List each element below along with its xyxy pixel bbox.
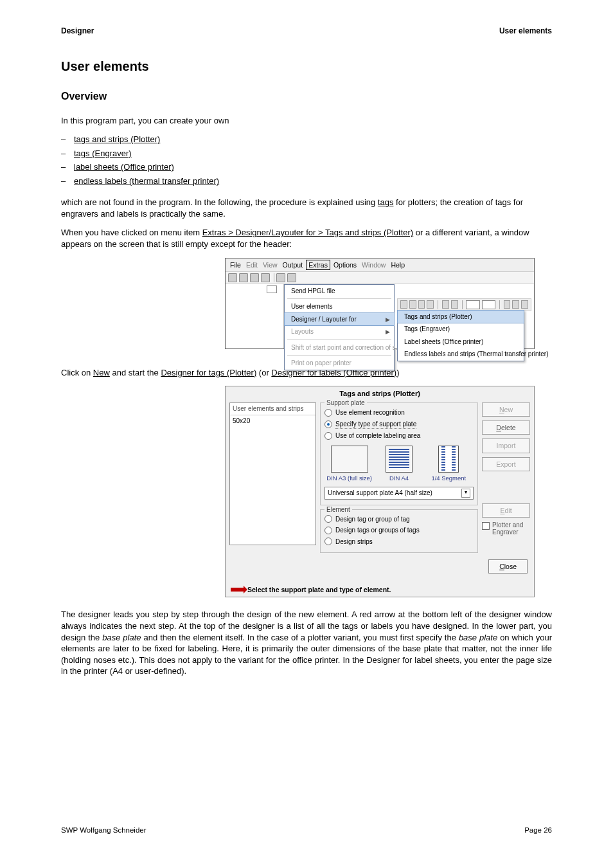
tool-icon[interactable]: [451, 300, 458, 309]
user-elements-list[interactable]: User elements and strips 50x20: [229, 402, 316, 545]
footer-right: Page 26: [524, 826, 552, 836]
tool-icon[interactable]: [442, 300, 449, 309]
list-header: User elements and strips: [230, 403, 315, 415]
header-left: Designer: [61, 26, 94, 36]
bullet-1: tags and strips (Plotter): [74, 134, 160, 145]
menubar: File Edit View Output Extras Options Win…: [226, 258, 534, 271]
opt-element-recognition[interactable]: Use element recognition: [324, 407, 474, 419]
intro: In this program part, you can create you…: [61, 115, 552, 127]
bullet-2: tags (Engraver): [74, 148, 132, 159]
radio-icon[interactable]: [324, 538, 332, 545]
print-icon[interactable]: [261, 273, 270, 282]
opt-complete-area[interactable]: Use of complete labeling area: [324, 430, 474, 442]
tool-icon[interactable]: [400, 300, 407, 309]
tool-icon[interactable]: [409, 300, 416, 309]
tool-icon[interactable]: [418, 300, 425, 309]
left-panel: [226, 284, 284, 348]
last-paragraph: The designer leads you step by step thro…: [61, 609, 552, 676]
radio-icon[interactable]: [324, 527, 332, 534]
radio-icon[interactable]: [324, 515, 332, 523]
support-legend: Support plate: [324, 399, 367, 408]
menu-edit[interactable]: Edit: [244, 260, 260, 270]
menu-file[interactable]: File: [228, 260, 243, 270]
opt-design-tags-groups[interactable]: Design tags or groups of tags: [324, 525, 474, 536]
opt-specify-type[interactable]: Specify type of support plate: [324, 419, 474, 431]
save-icon[interactable]: [250, 273, 259, 282]
element-group: Element Design tag or group of tag Desig…: [320, 509, 478, 554]
menu-options[interactable]: Options: [332, 260, 359, 270]
list-item[interactable]: 50x20: [230, 415, 315, 427]
dd-shift-start[interactable]: Shift of start point and correction of s…: [285, 341, 394, 354]
dd-designer-layouter[interactable]: Designer / Layouter for ▶: [284, 312, 395, 327]
edit-button[interactable]: Edit: [482, 503, 530, 518]
dd-user-elements[interactable]: User elements: [285, 300, 394, 313]
para-2: which are not found in the program. In t…: [61, 197, 552, 219]
secondary-toolbar: [397, 298, 531, 311]
sub-tags-plotter[interactable]: Tags and strips (Plotter): [397, 310, 524, 324]
page-title: User elements: [61, 58, 552, 75]
copy-icon[interactable]: [287, 273, 296, 282]
menu-help[interactable]: Help: [389, 260, 407, 270]
bullet-4: endless labels (thermal transfer printer…: [74, 176, 219, 187]
tool-dropdown[interactable]: [466, 300, 479, 309]
tool-icon[interactable]: [504, 300, 511, 309]
footer-left: SWP Wolfgang Schneider: [61, 826, 147, 836]
opt-design-strips[interactable]: Design strips: [324, 536, 474, 548]
sub-endless-labels[interactable]: Endless labels and strips (Thermal trans…: [398, 348, 524, 361]
chevron-right-icon: ▶: [386, 316, 390, 323]
bullet-list: –tags and strips (Plotter) –tags (Engrav…: [61, 134, 552, 186]
menu-extras[interactable]: Extras: [306, 260, 330, 270]
preview-a3[interactable]: DIN A3 (full size): [324, 446, 374, 483]
preview-quarter[interactable]: 1/4 Segment: [424, 446, 474, 483]
para-3: When you have clicked on menu item Extra…: [61, 227, 552, 249]
sub-label-sheets[interactable]: Label sheets (Office printer): [398, 336, 524, 348]
bullet-3: label sheets (Office printer): [74, 161, 174, 173]
sub-tags-engraver[interactable]: Tags (Engraver): [398, 323, 524, 336]
tool-icon[interactable]: [427, 300, 434, 309]
red-arrow-icon: [231, 588, 244, 592]
dialog-title: Tags and strips (Plotter): [226, 386, 534, 402]
dd-layouts[interactable]: Layouts ▶: [285, 325, 394, 338]
close-button[interactable]: Close: [488, 559, 528, 574]
opt-design-tag[interactable]: Design tag or group of tag: [324, 514, 474, 525]
import-button[interactable]: Import: [482, 439, 530, 453]
screenshot-dialog: Tags and strips (Plotter) User elements …: [225, 386, 535, 597]
checkbox-icon[interactable]: [482, 522, 490, 530]
tool-icon[interactable]: [521, 300, 528, 309]
new-icon[interactable]: [228, 273, 237, 282]
tool-icon[interactable]: [512, 300, 519, 309]
open-icon[interactable]: [239, 273, 248, 282]
delete-button[interactable]: Delete: [482, 420, 530, 435]
export-button[interactable]: Export: [482, 457, 530, 471]
chevron-down-icon[interactable]: ▾: [461, 489, 470, 498]
designer-submenu: Tags and strips (Plotter) Tags (Engraver…: [397, 310, 524, 361]
menu-window[interactable]: Window: [360, 260, 387, 270]
toolbar: [226, 271, 534, 284]
radio-icon[interactable]: [324, 409, 332, 417]
support-plate-combo[interactable]: Universal support plate A4 (half size) ▾: [324, 487, 474, 500]
tool-dropdown[interactable]: [482, 300, 495, 309]
radio-icon[interactable]: [324, 432, 332, 440]
header-right: User elements: [499, 26, 552, 36]
screenshot-menu: File Edit View Output Extras Options Win…: [225, 258, 535, 349]
chevron-right-icon: ▶: [386, 328, 390, 336]
new-button[interactable]: New: [482, 402, 530, 417]
cut-icon[interactable]: [276, 273, 285, 282]
section-title: Overview: [61, 89, 552, 104]
menu-view[interactable]: View: [261, 260, 280, 270]
extras-dropdown: Send HPGL file User elements Designer / …: [284, 284, 395, 370]
plotter-engraver-check[interactable]: Plotter and Engraver: [482, 521, 530, 536]
panel-toggle-icon[interactable]: [267, 285, 277, 293]
radio-icon[interactable]: [324, 420, 332, 428]
menu-output[interactable]: Output: [281, 260, 305, 270]
preview-a4[interactable]: DIN A4: [374, 446, 423, 483]
dd-send-hpgl[interactable]: Send HPGL file: [285, 285, 394, 298]
dd-print-paper[interactable]: Print on paper printer: [285, 357, 394, 370]
status-text: Select the support plate and type of ele…: [247, 585, 391, 594]
support-plate-group: Support plate Use element recognition Sp…: [320, 402, 478, 505]
element-legend: Element: [324, 505, 352, 514]
